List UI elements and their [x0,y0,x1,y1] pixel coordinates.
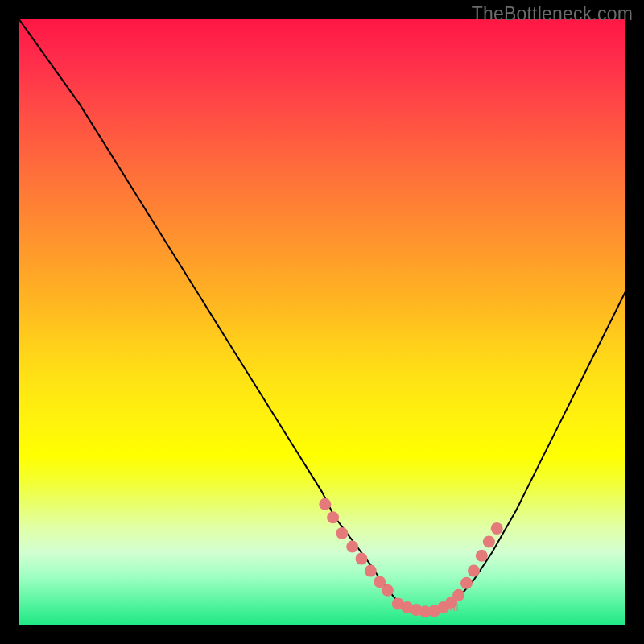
data-point [452,589,464,601]
chart-frame: TheBottleneck.com [0,0,644,644]
chart-svg [19,19,625,625]
data-point [319,498,331,510]
data-point [356,553,368,565]
data-point [346,541,358,553]
data-point [483,535,495,547]
plot-area [19,19,625,625]
data-point [468,565,480,577]
data-dots [319,498,502,618]
data-point [365,565,377,577]
data-point [476,550,488,562]
data-point [336,527,348,539]
watermark-text: TheBottleneck.com [472,3,633,25]
data-point [382,584,394,597]
data-point [491,522,503,535]
data-point [327,511,339,523]
data-point [460,577,473,589]
bottleneck-curve [19,19,625,613]
